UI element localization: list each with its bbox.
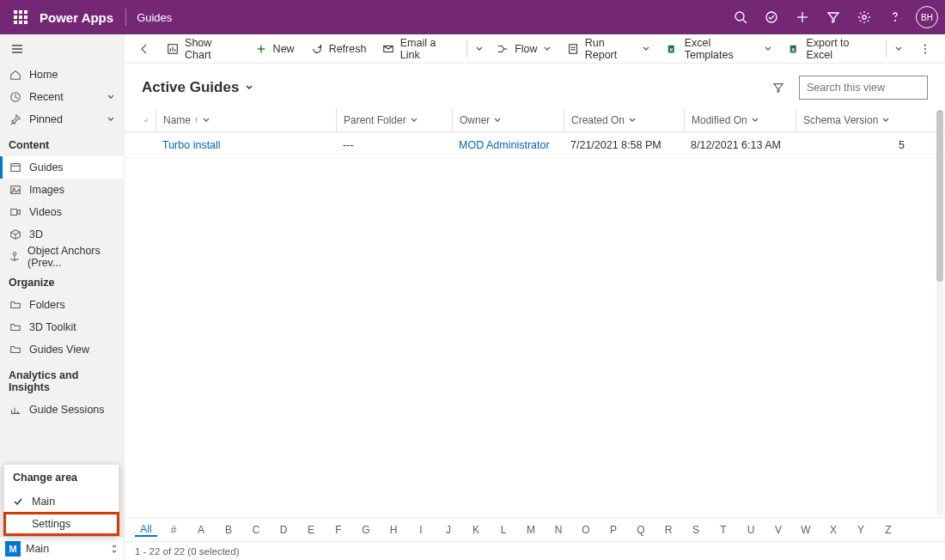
- chevron-down-icon: [543, 45, 552, 53]
- column-label: Owner: [460, 114, 490, 126]
- nav-home[interactable]: Home: [0, 64, 124, 86]
- column-header-owner[interactable]: Owner: [452, 108, 564, 131]
- column-header-parent[interactable]: Parent Folder: [336, 108, 452, 131]
- row-name-link[interactable]: Turbo install: [162, 139, 221, 151]
- nav-images[interactable]: Images: [0, 179, 124, 201]
- column-label: Schema Version: [803, 114, 878, 126]
- cmd-run-report[interactable]: Run Report: [560, 35, 658, 63]
- cmd-excel-templates[interactable]: X Excel Templates: [659, 35, 779, 63]
- cmd-overflow-button[interactable]: [911, 35, 938, 63]
- alpha-filter-z[interactable]: Z: [877, 524, 899, 536]
- alpha-filter-x[interactable]: X: [822, 524, 844, 536]
- view-search-box[interactable]: [799, 76, 928, 100]
- row-owner-link[interactable]: MOD Administrator: [459, 139, 550, 151]
- alpha-filter-q[interactable]: Q: [630, 524, 652, 536]
- alpha-filter-m[interactable]: M: [520, 524, 542, 536]
- nav-guides-view[interactable]: Guides View: [0, 338, 124, 361]
- chart-icon: [167, 42, 180, 56]
- alpha-filter-#[interactable]: #: [162, 524, 185, 536]
- sort-asc-icon: ↑: [194, 115, 198, 125]
- chevron-down-icon: [107, 93, 115, 101]
- environment-name: Guides: [137, 11, 172, 24]
- nav-folders[interactable]: Folders: [0, 294, 124, 316]
- grid-filter-button[interactable]: [765, 74, 792, 101]
- vertical-scrollbar-thumb[interactable]: [936, 110, 943, 282]
- add-icon[interactable]: [789, 3, 816, 31]
- alpha-filter-b[interactable]: B: [217, 524, 240, 536]
- cmd-export-excel[interactable]: X Export to Excel: [781, 35, 882, 63]
- alpha-filter-h[interactable]: H: [382, 524, 405, 536]
- nav-object-anchors[interactable]: Object Anchors (Prev...: [0, 246, 124, 268]
- alpha-filter-p[interactable]: P: [602, 524, 625, 536]
- nav-guides[interactable]: Guides: [0, 156, 124, 179]
- alpha-filter-j[interactable]: J: [437, 524, 460, 536]
- cmd-show-chart[interactable]: Show Chart: [160, 35, 246, 63]
- view-search-input[interactable]: [807, 82, 942, 94]
- cmd-email-link-chevron[interactable]: [471, 35, 487, 63]
- alpha-filter-u[interactable]: U: [740, 524, 762, 536]
- area-switcher-button[interactable]: M Main: [0, 536, 124, 560]
- cmd-new[interactable]: New: [247, 35, 302, 63]
- column-header-schema[interactable]: Schema Version: [796, 108, 911, 131]
- status-bar: 1 - 22 of 22 (0 selected): [125, 541, 945, 560]
- row-parent: ---: [343, 139, 354, 151]
- nav-3d-toolkit[interactable]: 3D Toolkit: [0, 316, 124, 338]
- app-launcher-waffle[interactable]: [7, 3, 34, 31]
- search-icon[interactable]: [727, 3, 754, 31]
- alpha-filter-v[interactable]: V: [767, 524, 790, 536]
- alpha-filter-y[interactable]: Y: [850, 524, 872, 536]
- nav-label: Object Anchors (Prev...: [27, 245, 115, 269]
- cmd-export-excel-chevron[interactable]: [890, 35, 906, 63]
- alpha-filter-a[interactable]: A: [190, 524, 212, 536]
- image-icon: [9, 183, 22, 197]
- plus-icon: [254, 42, 268, 56]
- task-icon[interactable]: [758, 3, 785, 31]
- filter-icon[interactable]: [820, 3, 847, 31]
- settings-gear-icon[interactable]: [850, 3, 878, 31]
- svg-line-1: [743, 20, 747, 23]
- nav-pinned[interactable]: Pinned: [0, 108, 124, 131]
- cmd-email-link[interactable]: Email a Link: [375, 35, 463, 63]
- nav-toggle-hamburger[interactable]: [0, 34, 124, 64]
- cmd-flow[interactable]: Flow: [489, 35, 558, 63]
- chevron-down-icon: [764, 45, 772, 53]
- cmd-separator: [466, 40, 467, 58]
- view-selector[interactable]: Active Guides: [142, 79, 254, 96]
- nav-label: Guides: [29, 161, 64, 173]
- user-avatar[interactable]: BH: [916, 6, 938, 28]
- nav-recent[interactable]: Recent: [0, 86, 124, 108]
- alpha-filter-i[interactable]: I: [410, 524, 432, 536]
- command-bar: Show Chart New Refresh Email a Link Flow: [125, 34, 945, 64]
- nav-guide-sessions[interactable]: Guide Sessions: [0, 399, 124, 421]
- chevron-down-icon: [244, 82, 254, 93]
- area-option-settings[interactable]: Settings: [4, 513, 119, 535]
- alpha-filter-all[interactable]: All: [135, 523, 157, 537]
- column-header-name[interactable]: Name ↑: [155, 108, 336, 131]
- nav-videos[interactable]: Videos: [0, 201, 124, 223]
- back-button[interactable]: [131, 35, 158, 63]
- alpha-filter-o[interactable]: O: [575, 524, 597, 536]
- alpha-filter-c[interactable]: C: [245, 524, 267, 536]
- alpha-filter-w[interactable]: W: [795, 524, 817, 536]
- clock-icon: [9, 90, 22, 104]
- area-current-label: Main: [26, 543, 49, 555]
- alpha-filter-d[interactable]: D: [272, 524, 295, 536]
- alpha-filter-l[interactable]: L: [492, 524, 515, 536]
- cmd-refresh[interactable]: Refresh: [303, 35, 374, 63]
- cmd-label: New: [273, 43, 295, 55]
- alpha-filter-r[interactable]: R: [657, 524, 680, 536]
- help-icon[interactable]: [881, 3, 909, 31]
- column-header-modified[interactable]: Modified On: [684, 108, 796, 131]
- alpha-filter-s[interactable]: S: [685, 524, 707, 536]
- alpha-filter-k[interactable]: K: [465, 524, 487, 536]
- alpha-filter-n[interactable]: N: [547, 524, 570, 536]
- select-all-checkbox[interactable]: [137, 115, 155, 125]
- table-row[interactable]: Turbo install --- MOD Administrator 7/21…: [125, 132, 945, 158]
- area-option-main[interactable]: Main: [4, 490, 119, 513]
- alpha-filter-e[interactable]: E: [300, 524, 322, 536]
- column-header-created[interactable]: Created On: [564, 108, 684, 131]
- alpha-filter-t[interactable]: T: [712, 524, 735, 536]
- alpha-filter-f[interactable]: F: [327, 524, 350, 536]
- alpha-filter-g[interactable]: G: [355, 524, 377, 536]
- nav-3d[interactable]: 3D: [0, 223, 124, 246]
